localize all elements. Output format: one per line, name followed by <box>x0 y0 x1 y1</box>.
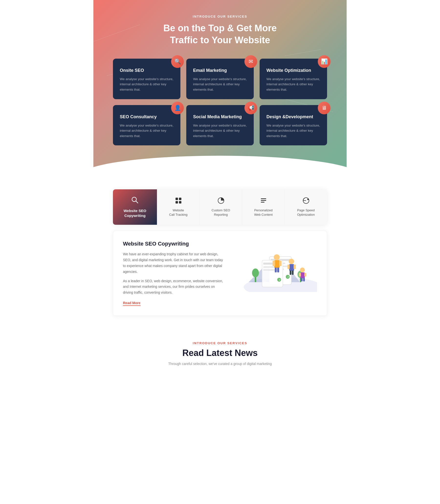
service-icon-seo-consultancy: 👤 <box>171 102 184 114</box>
service-title-design-dev: Design &Development <box>266 114 320 119</box>
layers-icon <box>175 197 182 206</box>
news-section: INTRODUCE OUR SERVICES Read Latest News … <box>93 322 347 376</box>
service-desc-social-media: We analyse your website's structure, int… <box>193 123 247 139</box>
service-icon-website-optimization: 📊 <box>318 55 330 68</box>
svg-rect-5 <box>179 201 181 203</box>
svg-rect-45 <box>301 272 305 278</box>
service-card-website-optimization: 📊Website OptimizationWe analyse your web… <box>260 59 327 99</box>
service-desc-onsite-seo: We analyse your website's structure, int… <box>120 77 174 92</box>
service-desc-seo-consultancy: We analyse your website's structure, int… <box>120 123 174 139</box>
service-icon-design-dev: 🖥 <box>318 102 330 114</box>
list-icon <box>260 197 267 206</box>
tab-custom-seo-reporting[interactable]: Custom SEO Reporting <box>199 189 242 225</box>
svg-rect-42 <box>290 270 291 275</box>
svg-rect-33 <box>274 260 280 268</box>
svg-rect-43 <box>292 270 294 275</box>
svg-point-32 <box>274 254 280 260</box>
service-icon-onsite-seo: 🔍 <box>171 55 184 68</box>
tab-label-call-tracking: Website Call Tracking <box>169 208 188 217</box>
svg-rect-29 <box>263 269 279 271</box>
svg-rect-46 <box>299 273 301 277</box>
svg-rect-9 <box>261 202 264 202</box>
service-title-seo-consultancy: SEO Consultancy <box>120 114 174 119</box>
svg-rect-8 <box>261 200 266 201</box>
svg-line-1 <box>136 201 138 203</box>
service-title-social-media: Social Media Marketing <box>193 114 247 119</box>
svg-point-16 <box>252 268 259 277</box>
service-card-design-dev: 🖥Design &DevelopmentWe analyse your webs… <box>260 105 327 146</box>
service-desc-design-dev: We analyse your website's structure, int… <box>266 123 320 139</box>
svg-point-44 <box>300 267 305 272</box>
svg-rect-36 <box>275 267 277 272</box>
service-title-website-optimization: Website Optimization <box>266 68 320 73</box>
services-grid: 🔍Onsite SEOWe analyse your website's str… <box>113 59 327 146</box>
news-title: Read Latest News <box>113 348 327 358</box>
svg-rect-41 <box>294 265 296 269</box>
service-card-email-marketing: ✉Email MarketingWe analyse your website'… <box>186 59 254 99</box>
service-card-social-media: 📢Social Media MarketingWe analyse your w… <box>186 105 254 146</box>
hero-section-label: INTRODUCE OUR SERVICES <box>113 15 327 18</box>
tabs-container: Website SEO Copywriting Website Call Tra… <box>113 189 327 225</box>
hero-title: Be on the Top & Get More Traffic to Your… <box>113 22 327 46</box>
service-card-seo-consultancy: 👤SEO ConsultancyWe analyse your website'… <box>113 105 180 146</box>
svg-rect-47 <box>304 273 306 277</box>
svg-point-11 <box>307 199 309 200</box>
svg-rect-37 <box>277 267 279 272</box>
svg-rect-3 <box>179 198 181 200</box>
tab-active-label: Website SEO Copywriting <box>124 208 146 218</box>
svg-point-38 <box>289 259 294 264</box>
svg-rect-34 <box>273 261 275 266</box>
service-title-email-marketing: Email Marketing <box>193 68 247 73</box>
tab-personalized-web-content[interactable]: Personalized Web Content <box>242 189 285 225</box>
news-section-label: INTRODUCE OUR SERVICES <box>113 341 327 345</box>
chart-icon <box>218 197 224 206</box>
tabs-section: Website SEO Copywriting Website Call Tra… <box>93 175 347 225</box>
svg-rect-2 <box>176 198 178 200</box>
svg-rect-35 <box>279 261 282 266</box>
hero-section: INTRODUCE OUR SERVICES Be on the Top & G… <box>93 0 347 175</box>
svg-rect-39 <box>289 264 294 271</box>
service-card-onsite-seo: 🔍Onsite SEOWe analyse your website's str… <box>113 59 180 99</box>
svg-text:✓: ✓ <box>287 276 289 278</box>
speedometer-icon <box>302 197 309 206</box>
svg-rect-7 <box>261 198 266 199</box>
tab-website-call-tracking[interactable]: Website Call Tracking <box>157 189 199 225</box>
service-title-onsite-seo: Onsite SEO <box>120 68 174 73</box>
tab-content-body1: We have an ever-expanding trophy cabinet… <box>123 252 224 275</box>
tab-page-speed-optimization[interactable]: Page Speed Optimization <box>285 189 327 225</box>
svg-rect-4 <box>176 201 178 203</box>
tab-website-seo-copywriting[interactable]: Website SEO Copywriting <box>113 189 157 225</box>
tab-content-panel: Website SEO Copywriting We have an ever-… <box>113 231 327 316</box>
search-icon <box>131 196 139 206</box>
svg-rect-49 <box>303 278 305 281</box>
service-icon-social-media: 📢 <box>245 102 257 114</box>
tab-content-text: Website SEO Copywriting We have an ever-… <box>123 241 224 306</box>
read-more-link[interactable]: Read More <box>123 301 140 306</box>
service-desc-email-marketing: We analyse your website's structure, int… <box>193 77 247 92</box>
tab-content-body2: As a leader in SEO, web design, ecommerc… <box>123 278 224 296</box>
tab-label-personalized: Personalized Web Content <box>254 208 273 217</box>
svg-text:✓: ✓ <box>279 279 281 281</box>
svg-rect-48 <box>301 278 302 281</box>
news-subtitle: Through careful selection, we've curated… <box>113 361 327 366</box>
tab-content-title: Website SEO Copywriting <box>123 241 224 247</box>
svg-rect-40 <box>288 265 290 269</box>
tab-label-custom-seo: Custom SEO Reporting <box>212 208 230 217</box>
tab-content-image: ✓ ✓ <box>234 241 317 292</box>
service-desc-website-optimization: We analyse your website's structure, int… <box>266 77 320 92</box>
tab-label-page-speed: Page Speed Optimization <box>297 208 315 217</box>
service-icon-email-marketing: ✉ <box>245 55 257 68</box>
